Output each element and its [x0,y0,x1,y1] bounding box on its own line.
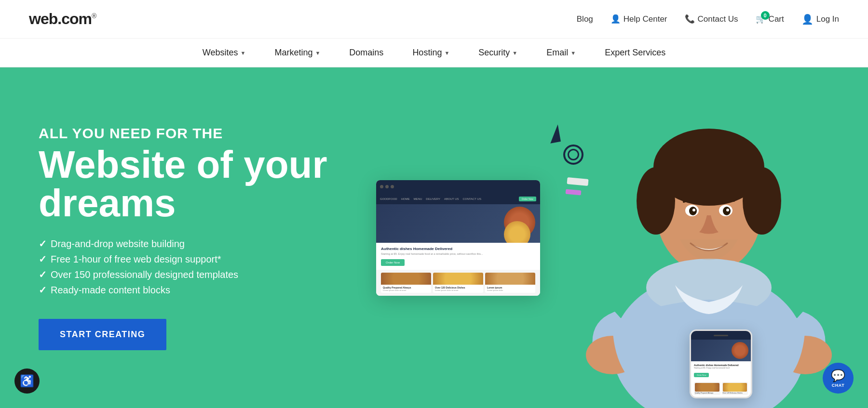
feature-item: Drag-and-drop website building [39,238,327,250]
feature-item: Ready-made content blocks [39,284,327,296]
svg-point-11 [692,209,695,211]
nav-item-hosting[interactable]: Hosting ▼ [412,48,449,58]
svg-point-12 [726,209,729,211]
chevron-down-icon: ▼ [241,50,246,56]
mockup-dot [391,185,394,188]
hero-right-area: GOODFOOD HOME MENU DELIVERY ABOUT US CON… [338,67,868,408]
mockup-product-image [433,273,483,285]
mockup-products: Quality Prepared Always Lorem ipsum dolo… [376,270,540,296]
nav-item-expert-services[interactable]: Expert Services [605,48,665,58]
nav-item-domains[interactable]: Domains [349,48,383,58]
svg-point-3 [637,167,675,235]
start-creating-button[interactable]: START CREATING [39,319,166,350]
mockup-product-image [381,273,431,285]
mockup-cta: Order Now [381,259,405,266]
help-icon: 👤 [610,14,621,24]
mockup-hero-image [376,204,540,243]
cart-badge: 🛒 0 [756,14,766,24]
mockup-product-card: Quality Prepared Always Lorem ipsum dolo… [381,273,431,293]
hero-title: Website of your dreams [39,145,327,223]
nav-item-websites[interactable]: Websites ▼ [203,48,246,58]
hero-content: ALL YOU NEED FOR THE Website of your dre… [0,125,327,350]
nav-item-security[interactable]: Security ▼ [478,48,517,58]
mockup-browser-header [376,180,540,194]
hero-features: Drag-and-drop website building Free 1-ho… [39,238,327,296]
svg-point-4 [743,167,781,235]
chat-icon: 💬 [831,369,845,382]
feature-item: Free 1-hour of free web design support* [39,253,327,265]
chevron-down-icon: ▼ [315,50,320,56]
blog-link[interactable]: Blog [577,14,593,24]
mockup-nav: GOODFOOD HOME MENU DELIVERY ABOUT US CON… [376,194,540,204]
login-link[interactable]: 👤 Log In [801,13,839,25]
mobile-mockup: Authentic dishes Homemade Delivered Star… [690,329,752,398]
mockup-product-card: Lorem ipsum Lorem ipsum dolor [485,273,535,293]
mockup-dot [380,185,383,188]
mockup-text-block: Authentic dishes Homemade Delivered Star… [376,243,540,270]
main-navigation: Websites ▼ Marketing ▼ Domains Hosting ▼… [0,39,868,67]
nav-item-email[interactable]: Email ▼ [546,48,576,58]
brand-logo[interactable]: web.com® [29,10,96,28]
mockup-product-image [485,273,535,285]
top-bar: web.com® Blog 👤 Help Center 📞 Contact Us… [0,0,868,39]
chevron-down-icon: ▼ [512,50,517,56]
mockup-nav-brand: GOODFOOD [380,197,397,200]
cart-count: 0 [761,11,770,20]
accessibility-button[interactable]: ♿ [14,369,40,394]
cart-link[interactable]: 🛒 0 Cart [756,14,784,24]
accessibility-icon: ♿ [20,374,34,388]
chevron-down-icon: ▼ [444,50,449,56]
help-center-link[interactable]: 👤 Help Center [610,14,667,24]
mockup-product-card: Over 120 Delicious Dishes Lorem ipsum do… [433,273,483,293]
mockup-title: Authentic dishes Homemade Delivered [381,247,535,251]
chat-button[interactable]: 💬 CHAT [823,363,854,394]
mockup-desc: Starting at $5. Enjoy real homemade food… [381,252,535,255]
hero-subtitle: ALL YOU NEED FOR THE [39,125,327,142]
top-navigation: Blog 👤 Help Center 📞 Contact Us 🛒 0 Cart… [577,13,839,25]
mobile-mockup-hero [691,340,751,361]
user-icon: 👤 [801,13,814,25]
mockup-nav-btn: Order Now [519,197,536,201]
contact-us-link[interactable]: 📞 Contact Us [685,14,738,24]
phone-icon: 📞 [685,14,695,24]
website-mockup: GOODFOOD HOME MENU DELIVERY ABOUT US CON… [376,180,540,296]
feature-item: Over 150 professionally designed templat… [39,269,327,280]
mockup-dot [385,185,389,188]
chat-label: CHAT [832,383,844,388]
chevron-down-icon: ▼ [570,50,576,56]
nav-item-marketing[interactable]: Marketing ▼ [274,48,320,58]
hero-section: ALL YOU NEED FOR THE Website of your dre… [0,67,868,408]
